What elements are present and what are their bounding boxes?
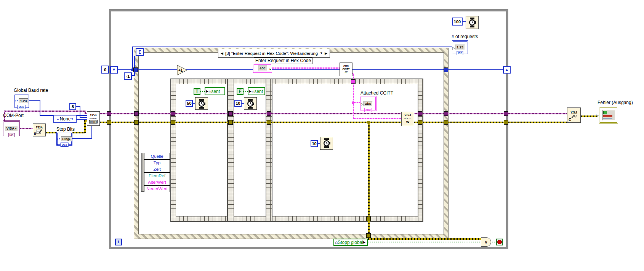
tunnel-purple[interactable] [134,111,139,116]
wait-constant-10[interactable]: 10 [234,100,242,107]
tunnel-purple[interactable] [228,111,233,116]
next-case-icon[interactable]: ▶ [325,51,327,55]
error-wire-to-indicator[interactable] [581,115,598,117]
shift-register-right[interactable]: ▲ [503,66,511,74]
error-wire-flush-v[interactable] [84,120,86,133]
ring-field[interactable]: Ring▸ [61,136,72,141]
data-bits-constant[interactable]: 8 [69,103,76,110]
event-data-node-spine[interactable] [141,153,144,192]
error-wire-to-gate[interactable] [368,238,482,240]
error-cluster-indicator[interactable] [599,107,618,123]
tunnel-blue[interactable] [444,67,448,72]
init-constant[interactable]: 0 [101,66,109,74]
attached-ccitt-indicator[interactable]: ▷ abc abc [360,96,376,111]
wait-ms-node[interactable] [244,97,257,110]
chevron-down-icon[interactable]: ▼ [70,117,74,121]
loop-iteration-terminal[interactable]: i [115,239,122,245]
string-wire-to-crc[interactable] [272,67,340,69]
bool-wire-t[interactable] [200,91,205,92]
int-wire-riser[interactable] [132,47,133,70]
tunnel-purple[interactable] [418,111,422,116]
tunnel-blue[interactable] [133,67,138,72]
databits-wire-v[interactable] [80,106,80,117]
wait-ms-node[interactable] [466,16,479,29]
int-wire-request-count[interactable] [133,47,452,47]
timeout-constant[interactable]: -1 [124,72,132,80]
bool-wire-stop[interactable] [367,242,481,242]
bool-wire-gate-out[interactable] [490,242,496,242]
event-data-item[interactable]: AlterWert [144,179,170,186]
requests-indicator[interactable]: ▷ 1.23 I32 [452,40,468,54]
com-port-control[interactable]: VISA ▾ I/O [3,120,20,136]
shift-register-left[interactable]: ▼ [110,66,118,74]
wait-ms-constant[interactable]: 100 [452,18,463,26]
databits-wire-h2[interactable] [80,117,87,118]
string-wire-to-write[interactable] [354,118,401,119]
case-dropdown-icon[interactable]: ▼ [320,51,323,55]
tunnel-purple[interactable] [267,111,271,116]
baud-control[interactable]: ▲▼ 1.23 U32 [14,94,29,108]
event-data-item[interactable]: Zeit [144,166,170,173]
control-value[interactable]: 1.23 [19,98,29,104]
tunnel-pink[interactable] [351,79,356,84]
prev-case-icon[interactable]: ◀ [221,51,223,55]
tunnel-olive[interactable] [107,120,111,125]
stopbits-wire-v[interactable] [91,125,92,139]
event-timeout-terminal[interactable] [136,48,144,56]
tunnel-olive[interactable] [366,233,371,238]
tunnel-olive[interactable] [366,216,371,221]
spinner-icons[interactable]: ▲▼ [14,100,18,102]
true-constant[interactable]: T [194,88,200,95]
bool-wire-f[interactable] [244,91,248,92]
local-variable-sent-1[interactable]: ▶ ⌂ sent [205,87,225,95]
event-data-item[interactable]: NeuerWert [144,186,170,192]
visa-configure-serial-node[interactable]: VISA SERIAL 88888 [87,111,100,126]
visa-close-node[interactable]: VISA C [567,107,581,123]
event-data-node[interactable]: Quelle Typ Zeit ElemRef AlterWert NeuerW… [144,153,170,192]
tunnel-olive[interactable] [418,120,422,125]
tunnel-olive[interactable] [171,120,175,125]
error-wire-main[interactable] [100,122,567,123]
event-data-item[interactable]: Quelle [144,153,170,160]
int-wire[interactable] [463,21,466,22]
tunnel-purple[interactable] [444,111,448,116]
or-gate-node[interactable]: v [481,237,491,247]
tunnel-purple[interactable] [504,111,508,116]
crc-ccitt-subvi[interactable]: CRC CCITT ffff [340,63,352,76]
visa-wire-main[interactable] [100,113,567,114]
increment-node[interactable]: +1 [177,65,187,75]
string-wire-to-indicator[interactable] [354,102,360,103]
stop-bits-control[interactable]: ▲▼ Ring▸ U16 [56,132,72,146]
tunnel-purple[interactable] [107,111,111,116]
parity-ring-constant[interactable]: ↔ None ▼ [53,115,77,123]
tunnel-olive[interactable] [444,120,448,125]
sequence-frame-divider-1[interactable] [227,79,234,221]
wait-ms-node[interactable] [195,97,208,110]
visa-resource-value[interactable]: VISA ▾ [5,126,18,131]
baud-wire-v[interactable] [40,100,40,116]
spinner-icons[interactable]: ▲▼ [57,138,61,140]
stopbits-wire[interactable] [72,138,92,139]
loop-condition-terminal[interactable] [496,239,503,245]
tunnel-olive[interactable] [134,120,139,125]
event-case-selector[interactable]: ◀ [3] "Enter Request in Hex Code": Wertä… [218,49,330,58]
tunnel-olive[interactable] [504,120,508,125]
event-data-item[interactable]: ElemRef [144,173,170,179]
wait-constant-10b[interactable]: 10 [311,140,318,147]
sequence-frame-divider-2[interactable] [266,79,272,221]
dropdown-icon[interactable]: ▾ [14,127,16,130]
tunnel-purple[interactable] [171,111,175,116]
visa-flush-buffer-node[interactable]: VISA 0 [33,123,46,136]
visa-wire-com-top[interactable] [4,111,86,112]
wait-ms-node[interactable] [320,137,333,150]
tunnel-olive[interactable] [228,120,233,125]
local-variable-sent-2[interactable]: ▶ ⌂ sent [248,87,265,95]
false-constant[interactable]: F [237,88,244,95]
timeout-wire-riser[interactable] [134,56,135,76]
request-string-terminal[interactable]: abc ▸ [253,64,272,73]
tunnel-olive[interactable] [267,120,271,125]
event-data-item[interactable]: Typ [144,160,170,166]
error-wire-riser[interactable] [368,123,370,239]
global-variable-stopp[interactable]: ⌂ Stopp global ▶ [333,239,368,246]
visa-write-node[interactable]: VISA abc→ W [401,112,414,126]
